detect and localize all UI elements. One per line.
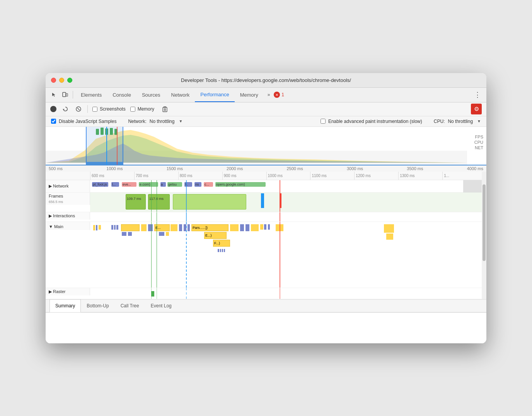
net-label-0: pt_foot.js <box>93 182 107 186</box>
minimize-button[interactable] <box>59 78 64 83</box>
network-track-label[interactable]: ▶ Network <box>46 180 90 192</box>
interactions-track-content[interactable] <box>90 212 486 222</box>
disable-js-samples-checkbox[interactable] <box>51 119 56 124</box>
overview-chart[interactable]: FPS CPU NET <box>46 127 486 165</box>
net-label-9: opers.google.com) <box>216 182 245 186</box>
close-button[interactable] <box>51 78 56 83</box>
frame-bar-0: 109.7 ms <box>126 194 146 210</box>
stop-button[interactable] <box>74 105 83 113</box>
scrollbar-thumb[interactable] <box>483 184 486 261</box>
net-label-4: a <box>161 182 163 186</box>
tab-sources[interactable]: Sources <box>136 87 166 102</box>
overview-time-labels: 500 ms 1000 ms 1500 ms 2000 ms 2500 ms 3… <box>46 165 486 172</box>
frames-track: Frames 656.5 ms 109.7 ms 117.0 ms <box>46 193 486 212</box>
timeline-tracks: ▶ Network pt_foot.js l... eve... e.com) … <box>46 180 486 299</box>
net-label-3: e.com) <box>140 182 150 186</box>
svg-rect-0 <box>63 92 66 97</box>
main-track: ▼ Main <box>46 222 486 288</box>
net-label-5: getsu <box>168 182 177 186</box>
net-label-2: eve... <box>123 182 131 186</box>
tab-elements[interactable]: Elements <box>75 87 107 102</box>
tab-bottom-up[interactable]: Bottom-Up <box>81 299 114 312</box>
disable-js-samples-option[interactable]: Disable JavaScript Samples <box>51 119 116 124</box>
net-label-7: ns <box>195 182 199 186</box>
interactions-track-label[interactable]: ▶ Interactions <box>46 212 90 220</box>
reload-button[interactable] <box>61 105 70 113</box>
network-throttle-select[interactable]: Network: No throttling ▼ <box>128 119 182 124</box>
advanced-paint-checkbox[interactable] <box>321 119 326 124</box>
devtools-menu-button[interactable]: ⋮ <box>472 90 483 99</box>
frames-track-content[interactable]: 109.7 ms 117.0 ms <box>90 193 486 212</box>
tab-call-tree[interactable]: Call Tree <box>115 299 145 312</box>
summary-panel <box>46 312 486 343</box>
network-track-content[interactable]: pt_foot.js l... eve... e.com) a getsu li… <box>90 180 486 193</box>
timeline-scrollbar[interactable] <box>482 172 486 299</box>
tab-memory[interactable]: Memory <box>235 87 264 102</box>
devtools-window: Developer Tools - https://developers.goo… <box>46 73 486 343</box>
record-button[interactable] <box>50 106 56 112</box>
tab-separator-1 <box>73 91 73 99</box>
frame-bar-1: 117.0 ms <box>148 194 170 210</box>
memory-checkbox-label[interactable]: Memory <box>130 106 154 112</box>
window-title: Developer Tools - https://developers.goo… <box>181 77 351 83</box>
performance-controls: Screenshots Memory ⚙ <box>46 102 486 116</box>
window-controls <box>51 78 72 83</box>
cpu-dropdown-arrow: ▼ <box>477 119 481 123</box>
cursor-icon[interactable] <box>49 89 60 100</box>
main-track-label[interactable]: ▼ Main <box>46 222 90 230</box>
tab-event-log[interactable]: Event Log <box>145 299 177 312</box>
net-label-6: li. <box>185 182 188 186</box>
tab-console[interactable]: Console <box>107 87 136 102</box>
devtools-tab-bar: Elements Console Sources Network Perform… <box>46 88 486 102</box>
svg-line-3 <box>77 108 80 110</box>
bottom-tab-bar: Summary Bottom-Up Call Tree Event Log <box>46 299 486 312</box>
timeline-ruler: 600 ms 700 ms 800 ms 900 ms 1000 ms 1100… <box>46 172 486 180</box>
clear-button[interactable] <box>160 105 169 113</box>
controls-separator <box>87 105 88 113</box>
net-label-1: l... <box>112 182 116 186</box>
screenshots-checkbox-label[interactable]: Screenshots <box>92 106 126 112</box>
advanced-paint-option[interactable]: Enable advanced paint instrumentation (s… <box>321 119 422 124</box>
maximize-button[interactable] <box>67 78 72 83</box>
settings-button[interactable]: ⚙ <box>471 104 482 114</box>
frame-bar-2 <box>173 194 246 210</box>
raster-track-content[interactable] <box>90 288 486 299</box>
tab-more-button[interactable]: » <box>265 92 273 97</box>
titlebar: Developer Tools - https://developers.goo… <box>46 73 486 88</box>
raster-track-label[interactable]: ▶ Raster <box>46 288 90 295</box>
frames-track-label[interactable]: Frames 656.5 ms <box>46 193 90 205</box>
interactions-track: ▶ Interactions <box>46 212 486 222</box>
tab-summary[interactable]: Summary <box>49 299 81 312</box>
tab-performance[interactable]: Performance <box>195 87 234 102</box>
memory-checkbox[interactable] <box>130 107 135 112</box>
overview-right-labels: FPS CPU NET <box>474 135 483 150</box>
raster-track: ▶ Raster <box>46 288 486 299</box>
screenshots-checkbox[interactable] <box>92 107 97 112</box>
error-count-badge: ✕ <box>274 92 280 98</box>
tab-network[interactable]: Network <box>166 87 195 102</box>
tab-error-indicator[interactable]: ✕ 1 <box>274 92 284 98</box>
net-label-8: c... <box>205 182 209 186</box>
network-track: ▶ Network pt_foot.js l... eve... e.com) … <box>46 180 486 193</box>
cpu-throttle-select[interactable]: CPU: No throttling ▼ <box>434 119 481 124</box>
main-track-content[interactable]: E... Pars......]) E...) F...) <box>90 222 486 288</box>
network-dropdown-arrow: ▼ <box>179 119 182 123</box>
options-row: Disable JavaScript Samples Network: No t… <box>46 116 486 127</box>
svg-rect-1 <box>66 94 68 96</box>
device-toggle-icon[interactable] <box>60 89 70 100</box>
